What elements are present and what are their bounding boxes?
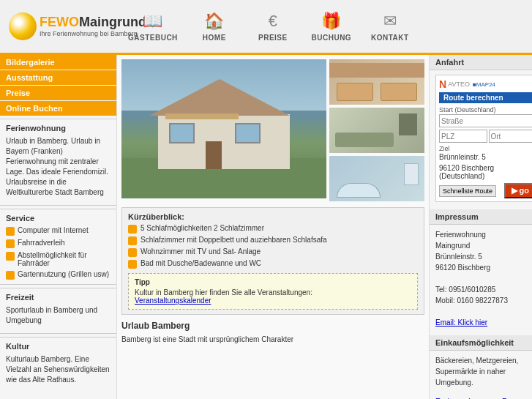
tipp-link[interactable]: Veranstaltungskalender	[135, 297, 211, 305]
service-bullet-1	[6, 227, 15, 236]
bath-photo	[329, 156, 424, 201]
bedroom-photo	[329, 59, 424, 105]
home-icon: 🏠	[204, 12, 224, 31]
nav-label-gastebuch: GÄSTEBUCH	[128, 34, 178, 42]
nav-label-buchung: BUCHUNG	[312, 34, 352, 42]
navteo-n-letter: N	[439, 78, 446, 90]
route-btn-row: Schnellste Route ▶ go	[439, 183, 532, 198]
euro-icon: €	[269, 12, 277, 31]
sidebar-online-buchen[interactable]: Online Buchen	[0, 101, 116, 116]
logo-circle	[9, 12, 37, 40]
service-label-2: Fahrradverleih	[18, 239, 64, 247]
sidebar-freizeit-text: Sporturlaub in Bamberg und Umgebung	[0, 304, 116, 330]
main-layout: Bildergalerie Ausstattung Preise Online …	[0, 55, 532, 399]
nav-item-kontakt[interactable]: ✉ KONTAKT	[361, 7, 419, 46]
ziel-label: Ziel	[439, 145, 532, 152]
route-btn[interactable]: Route berechnen	[439, 92, 532, 103]
service-label-4: Gartennutzung (Grillen usw)	[18, 270, 109, 278]
kurz-bullet-2	[128, 236, 137, 245]
kurz-item: Wohnzimmer mit TV und Sat- Anlage	[128, 247, 418, 257]
kurz-bullet-3	[128, 248, 137, 257]
nav-item-buchung[interactable]: 🎁 BUCHUNG	[302, 7, 361, 46]
sidebar-bildergalerie[interactable]: Bildergalerie	[0, 55, 116, 70]
impressum-title: Impressum	[430, 209, 532, 225]
strasse-input[interactable]	[439, 114, 532, 127]
imp-tel: Tel: 0951/6010285	[435, 286, 495, 294]
sidebar-service-item: Fahrradverleih	[0, 237, 116, 250]
kurz-item: Bad mit Dusche/Badewanne und WC	[128, 259, 418, 269]
kurz-text-3: Wohnzimmer mit TV und Sat- Anlage	[141, 247, 261, 256]
left-sidebar: Bildergalerie Ausstattung Preise Online …	[0, 55, 117, 399]
right-sidebar: Anfahrt N AVTEO ■MAP24 Route berechnen S…	[429, 55, 532, 399]
content-body: Bamberg ist eine Stadt mit ursprüngliche…	[121, 334, 424, 345]
plz-input[interactable]	[439, 130, 487, 143]
service-bullet-3	[6, 252, 15, 261]
book-icon: 📖	[143, 12, 162, 31]
sidebar-service-item: Gartennutzung (Grillen usw)	[0, 269, 116, 281]
kurz-title: Kürzüberblick:	[128, 212, 418, 221]
einkauf-section: Bäckereien, Metzgereien, Supermärkte in …	[430, 351, 532, 399]
header: FEWOMaingrund Ihre Ferienwohnung bei Bam…	[0, 0, 532, 55]
sidebar-service-item: Abstellmöglichkeit für Fahrräder	[0, 250, 116, 269]
imp-mobil: Mobil: 0160 98227873	[435, 297, 508, 305]
sidebar-kultur-title: Kultur	[0, 337, 116, 353]
sofa-photo	[329, 108, 424, 153]
main-nav: 📖 GÄSTEBUCH 🏠 HOME € PREISE 🎁 BUCHUNG ✉ …	[121, 7, 532, 46]
service-label-1: Computer mit Internet	[18, 226, 89, 234]
navteo-logo: N AVTEO ■MAP24	[439, 78, 532, 90]
impressum-section: Ferienwohnung Maingrund Brünnleinstr. 5 …	[430, 225, 532, 332]
nav-item-preise[interactable]: € PREISE	[244, 7, 302, 46]
sidebar-ferienwohnung-title: Ferienwohnung	[0, 119, 116, 135]
sidebar-freizeit-title: Freizeit	[0, 288, 116, 304]
service-bullet-2	[6, 239, 15, 248]
navteo-map: ■MAP24	[473, 81, 495, 88]
sidebar-ferienwohnung-text: Urlaub in Bamberg. Urlaub in Bayern (Fra…	[0, 135, 116, 202]
mail-icon: ✉	[383, 12, 397, 31]
einkauf-title: Einkaufsmöglichkeit	[430, 335, 532, 351]
einkauf-text: Bäckereien, Metzgereien, Supermärkte in …	[435, 355, 532, 388]
side-photos	[329, 59, 424, 201]
tipp-box: Tipp Kultur in Bamberg hier finden Sie a…	[128, 273, 418, 310]
schnell-btn[interactable]: Schnellste Route	[439, 185, 496, 197]
email-link[interactable]: Email: Klick hier	[435, 318, 487, 327]
photo-grid	[121, 59, 424, 201]
imp-line-3: Brünnleinstr. 5	[435, 253, 482, 261]
impressum-text: Ferienwohnung Maingrund Brünnleinstr. 5 …	[435, 229, 532, 328]
ziel-city: 96120 Bischberg (Deutschland)	[439, 164, 532, 180]
imp-line-1: Ferienwohnung	[435, 231, 486, 239]
sidebar-ausstattung[interactable]: Ausstattung	[0, 70, 116, 85]
sidebar-kultur-text: Kulturlaub Bamberg. Eine Vielzahl an Seh…	[0, 353, 116, 389]
navteo-box: N AVTEO ■MAP24 Route berechnen Start (De…	[435, 75, 532, 202]
gift-icon: 🎁	[321, 12, 341, 31]
logo: FEWOMaingrund Ihre Ferienwohnung bei Bam…	[0, 7, 121, 46]
main-photo	[121, 59, 326, 198]
kurz-bullet-4	[128, 260, 137, 269]
anfahrt-section: N AVTEO ■MAP24 Route berechnen Start (De…	[430, 70, 532, 209]
kurz-bullet-1	[128, 225, 137, 234]
kurz-box: Kürzüberblick: 5 Schlafmöglichkeiten 2 S…	[121, 207, 424, 315]
service-label-3: Abstellmöglichkeit für Fahrräder	[18, 251, 110, 267]
sidebar-service-item: Computer mit Internet	[0, 225, 116, 237]
service-bullet-4	[6, 271, 15, 280]
sidebar-preise[interactable]: Preise	[0, 86, 116, 100]
nav-item-home[interactable]: 🏠 HOME	[185, 7, 244, 46]
nav-label-kontakt: KONTAKT	[371, 34, 409, 42]
navteo-avtext: AVTEO	[448, 81, 470, 88]
kurz-item: 5 Schlafmöglichkeiten 2 Schlafzimmer	[128, 224, 418, 234]
go-btn[interactable]: ▶ go	[504, 183, 533, 198]
anfahrt-title: Anfahrt	[430, 55, 532, 70]
tipp-title: Tipp	[135, 278, 411, 286]
nav-label-home: HOME	[203, 34, 226, 42]
start-label: Start (Deutschland)	[439, 106, 532, 113]
nav-label-preise: PREISE	[258, 34, 288, 42]
main-content: Kürzüberblick: 5 Schlafmöglichkeiten 2 S…	[117, 55, 429, 399]
nav-item-gastebuch[interactable]: 📖 GÄSTEBUCH	[121, 7, 185, 46]
imp-line-2: Maingrund	[435, 242, 470, 250]
kurz-text-4: Bad mit Dusche/Badewanne und WC	[141, 259, 261, 267]
ort-input[interactable]	[489, 130, 533, 143]
imp-line-4: 96120 Bischberg	[435, 264, 490, 272]
sidebar-service-title: Service	[0, 209, 116, 225]
ziel-address: Brünnleinstr. 5	[439, 153, 532, 161]
tipp-text: Kultur in Bamberg hier finden Sie alle V…	[135, 288, 411, 305]
logo-fewo: FEWO	[40, 15, 79, 29]
